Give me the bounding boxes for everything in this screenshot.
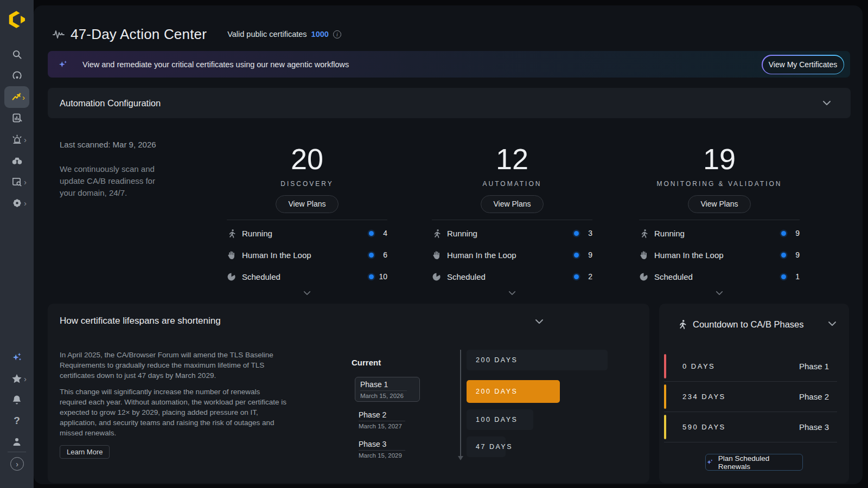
star-icon (11, 374, 22, 384)
settings-gear-icon (12, 198, 22, 208)
chevron-right-icon: › (24, 178, 27, 186)
sidebar-item-reports[interactable] (0, 108, 34, 127)
sparkle-icon (58, 59, 68, 70)
automation-routes-icon (11, 92, 22, 102)
certs-count-link[interactable]: 1000 (311, 30, 329, 38)
countdown-card: Countdown to CA/B Phases 0 DAYS Phase 1 … (659, 304, 849, 483)
divider (360, 390, 407, 391)
info-icon[interactable]: i (333, 30, 341, 38)
phase-color-bar (664, 384, 666, 409)
status-dot (574, 253, 579, 258)
certs-subtitle: Valid public certificates 1000 i (227, 30, 341, 38)
sidebar-item-ai-assistant[interactable] (0, 348, 34, 367)
divider (227, 220, 387, 220)
learn-more-button[interactable]: Learn More (60, 445, 110, 459)
stat-count: 20 (227, 142, 387, 176)
status-dot (781, 231, 786, 236)
sidebar-item-certificates[interactable]: › (0, 172, 34, 191)
sidebar-item-discovery[interactable] (0, 151, 34, 170)
lifespan-bar: 200 DAYS (467, 350, 608, 370)
status-dot (781, 274, 786, 279)
chevron-right-icon: › (24, 136, 27, 144)
scan-intro: Last scanned: Mar 9, 2026 We continuousl… (60, 140, 165, 199)
sidebar-item-help[interactable]: ? (0, 412, 34, 430)
chevron-down-icon[interactable] (535, 319, 544, 324)
status-dot (574, 231, 579, 236)
sidebar-item-account[interactable] (0, 433, 34, 451)
user-icon (12, 437, 22, 447)
sidebar-item-alerts[interactable]: › (0, 130, 34, 149)
clock-icon (227, 272, 236, 281)
sidebar-item-notifications[interactable] (0, 390, 34, 409)
sidebar-expand-button[interactable]: › (10, 457, 24, 471)
status-dot (781, 253, 786, 258)
phase-color-bar (664, 415, 666, 439)
bar-chart-icon (12, 113, 22, 123)
status-dot (574, 274, 579, 279)
lifespans-paragraph-1: In April 2025, the CA/Browser Forum will… (60, 350, 286, 381)
automation-config-header[interactable]: Automation Configuration (48, 88, 851, 118)
banner-message: View and remediate your critical certifi… (82, 60, 349, 69)
stat-row-running: Running 4 (227, 222, 387, 244)
status-dot (369, 274, 374, 279)
status-dot (369, 253, 374, 258)
column-expand-chevron[interactable] (303, 291, 311, 296)
countdown-title: Countdown to CA/B Phases (693, 319, 804, 330)
countdown-row-phase-2: 234 DAYS Phase 2 (664, 382, 837, 412)
sidebar-item-target[interactable] (0, 66, 34, 85)
running-icon (639, 229, 648, 238)
hand-icon (639, 251, 648, 260)
running-icon (677, 319, 687, 329)
view-plans-button[interactable]: View Plans (688, 195, 750, 213)
page-title: 47-Day Action Center (71, 26, 207, 43)
stat-row-hitl: Human In the Loop 6 (227, 244, 387, 266)
chevron-down-icon[interactable] (828, 321, 837, 326)
running-icon (227, 229, 236, 238)
main-window: 47-Day Action Center Valid public certif… (34, 5, 863, 484)
phase-item[interactable]: Phase 3 March 15, 2029 (359, 440, 418, 459)
stat-row-running: Running 3 (432, 222, 592, 244)
brand-logo-icon (7, 9, 27, 30)
divider (359, 450, 405, 451)
promo-banner: View and remediate your critical certifi… (48, 51, 850, 78)
brand-logo[interactable] (0, 8, 34, 31)
countdown-row-phase-1: 0 DAYS Phase 1 (664, 351, 837, 382)
sidebar-item-action-center[interactable]: › (4, 86, 29, 108)
divider (639, 220, 800, 220)
stat-row-scheduled: Scheduled 2 (432, 266, 592, 287)
sidebar-item-settings[interactable]: › (0, 194, 34, 212)
lifespans-card: How certificate lifespans are shortening… (48, 304, 649, 483)
sparkle-icon (706, 458, 714, 466)
lifespans-paragraph-2: This change will significantly increase … (60, 387, 286, 438)
stat-row-scheduled: Scheduled 10 (227, 266, 387, 287)
certificate-search-icon (11, 177, 22, 187)
bell-icon (12, 395, 22, 405)
stat-column-monitoring: 19 MONITORING & VALIDATION View Plans Ru… (639, 142, 800, 298)
view-my-certificates-button[interactable]: View My Certificates (762, 55, 844, 74)
timeline-arrow (460, 350, 461, 456)
hand-icon (432, 251, 441, 260)
sidebar-item-search[interactable] (0, 45, 34, 63)
chevron-down-icon[interactable] (822, 100, 831, 106)
sidebar-item-favorites[interactable]: › (0, 369, 34, 388)
stat-category: DISCOVERY (227, 180, 387, 188)
current-label: Current (352, 358, 381, 367)
stat-count: 19 (639, 142, 800, 176)
view-plans-button[interactable]: View Plans (276, 195, 338, 213)
sidebar-divider (8, 452, 26, 452)
sidebar: › › (0, 0, 34, 488)
plan-scheduled-renewals-button[interactable]: Plan Scheduled Renewals (705, 454, 803, 471)
column-expand-chevron[interactable] (716, 291, 723, 296)
app-header: 47-Day Action Center Valid public certif… (52, 24, 341, 44)
lifespans-title: How certificate lifespans are shortening (60, 316, 221, 326)
stat-row-hitl: Human In the Loop 9 (432, 244, 592, 266)
phase-item[interactable]: Phase 2 March 15, 2027 (359, 410, 418, 429)
view-plans-button[interactable]: View Plans (481, 195, 543, 213)
column-expand-chevron[interactable] (508, 291, 516, 296)
stat-column-automation: 12 AUTOMATION View Plans Running 3 Human… (432, 142, 592, 298)
phase-item-selected[interactable]: Phase 1 March 15, 2026 (355, 377, 420, 402)
expand-icon: › (16, 460, 18, 468)
page: › › (0, 0, 868, 488)
lifespan-bar-highlighted: 200 DAYS (467, 380, 560, 403)
binoculars-icon (11, 156, 23, 165)
